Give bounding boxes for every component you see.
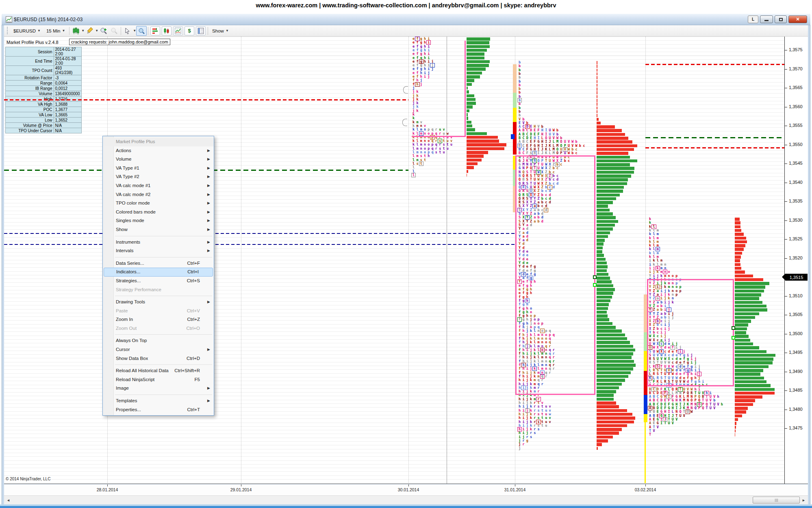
menu-item-va-calc-mode-2[interactable]: VA calc mode #2▶ xyxy=(103,190,214,199)
price-level-line xyxy=(4,244,515,245)
submenu-arrow-icon: ▶ xyxy=(207,199,210,208)
databox-row: TPO Count493 (241/238) xyxy=(6,66,82,75)
volume-bar xyxy=(467,174,467,177)
close-button[interactable]: ✕ xyxy=(788,15,807,23)
analyzer-bars-icon xyxy=(152,28,158,34)
databox-label: Low xyxy=(6,118,54,123)
title-bar[interactable]: $EURUSD (15 Min) 2014-02-03 L ✕ xyxy=(2,14,810,25)
menu-item-shortcut: Ctrl+F xyxy=(187,259,200,268)
volume-bar xyxy=(597,303,609,306)
link-button[interactable]: L xyxy=(748,15,758,23)
menu-item-properties[interactable]: Properties...Ctrl+T xyxy=(103,406,214,414)
menu-item-actions[interactable]: Actions▶ xyxy=(103,146,214,155)
volume-bar xyxy=(597,296,612,299)
price-axis[interactable]: 1,35751,35701,35651,35601,35551,35501,35… xyxy=(784,37,808,484)
menu-item-drawing-tools[interactable]: Drawing Tools▶ xyxy=(103,298,214,307)
menu-item-va-type-1[interactable]: VA Type #1▶ xyxy=(103,164,214,173)
chart-style-button[interactable] xyxy=(71,26,81,36)
menu-item-tpo-color-mode[interactable]: TPO color mode▶ xyxy=(103,199,214,208)
volume-bar xyxy=(597,224,615,227)
toolbar-grip[interactable] xyxy=(6,27,9,35)
menu-item-instruments[interactable]: Instruments▶ xyxy=(103,238,214,247)
volume-bar xyxy=(597,140,632,144)
menu-item-cursor[interactable]: Cursor▶ xyxy=(103,345,214,354)
menu-item-strategies[interactable]: Strategies...Ctrl+S xyxy=(103,277,214,286)
value-area-strip xyxy=(513,64,517,93)
menu-item-colored-bars-mode[interactable]: Colored bars mode▶ xyxy=(103,208,214,217)
tpo-row: k xyxy=(412,116,415,120)
menu-item-show[interactable]: Show▶ xyxy=(103,225,214,234)
volume-bar xyxy=(467,155,484,158)
current-price-arrow xyxy=(782,274,785,280)
price-axis-label: 1,3500 xyxy=(789,331,803,336)
volume-bar xyxy=(735,426,736,429)
value-area-strip xyxy=(511,134,515,139)
volume-bar xyxy=(735,270,745,274)
time-axis[interactable]: 28.01.201429.01.201430.01.201431.01.2014… xyxy=(4,484,808,495)
menu-item-shortcut: Ctrl+I xyxy=(187,268,199,276)
menu-item-label: Cursor xyxy=(116,347,130,352)
menu-item-reload-all-historical-data[interactable]: Reload All Historical DataCtrl+Shift+R xyxy=(103,366,214,375)
menu-item-va-calc-mode-1[interactable]: VA calc mode #1▶ xyxy=(103,181,214,190)
volume-bar xyxy=(597,288,615,291)
scroll-left-button[interactable]: ◄ xyxy=(5,497,12,504)
value-area-strip xyxy=(644,414,647,422)
volume-bar xyxy=(597,242,604,246)
menu-item-volume[interactable]: Volume▶ xyxy=(103,155,214,164)
drawing-tool-button[interactable] xyxy=(85,26,95,36)
date-axis-label: 03.02.2014 xyxy=(635,487,656,492)
interval-dropdown[interactable]: 15 Min ▼ xyxy=(43,26,68,36)
menu-separator xyxy=(103,255,214,259)
zoom-out-button[interactable] xyxy=(109,26,119,36)
menu-item-indicators[interactable]: Indicators...Ctrl+I xyxy=(104,268,213,277)
submenu-arrow-icon: ▶ xyxy=(207,298,210,307)
chevron-down-icon[interactable]: ▼ xyxy=(95,29,98,33)
volume-bar xyxy=(467,57,484,60)
zoom-in-button[interactable] xyxy=(98,26,109,36)
value-area-strip xyxy=(644,395,647,414)
menu-item-zoom-in[interactable]: Zoom InCtrl+Z xyxy=(103,315,214,324)
volume-bar xyxy=(597,447,598,450)
volume-bar xyxy=(597,375,628,378)
menu-item-always-on-top[interactable]: Always On Top xyxy=(103,336,214,345)
menu-item-va-type-2[interactable]: VA Type #2▶ xyxy=(103,172,214,181)
volume-bar xyxy=(467,87,468,90)
zoom-in-icon xyxy=(100,27,107,35)
chevron-down-icon[interactable]: ▼ xyxy=(81,29,85,33)
volume-bar xyxy=(735,263,740,266)
volume-bar xyxy=(597,197,616,201)
databox-button[interactable] xyxy=(136,26,147,36)
menu-item-templates[interactable]: Templates▶ xyxy=(103,397,214,406)
scroll-right-button[interactable]: ► xyxy=(800,497,807,504)
date-axis-label: 30.01.2014 xyxy=(398,487,419,492)
new-chart-button[interactable] xyxy=(162,26,172,35)
tpo-row: efghi xyxy=(412,52,430,56)
databox-value: 1,3677 xyxy=(54,107,82,112)
volume-bar xyxy=(597,76,597,79)
menu-item-data-series[interactable]: Data Series...Ctrl+F xyxy=(103,259,214,268)
price-tick xyxy=(785,145,787,145)
menu-item-shortcut: Ctrl+V xyxy=(187,307,200,316)
price-axis-label: 1,3490 xyxy=(789,369,803,374)
menu-item-show-data-box[interactable]: Show Data BoxCtrl+D xyxy=(103,354,214,363)
market-analyzer-button[interactable] xyxy=(150,26,160,35)
volume-bar xyxy=(597,137,628,140)
news-button[interactable] xyxy=(196,26,206,35)
minimize-button[interactable] xyxy=(760,15,773,23)
restore-button[interactable] xyxy=(775,15,787,23)
show-dropdown[interactable]: Show ▼ xyxy=(209,26,232,36)
horizontal-scrollbar[interactable]: ◄ ► xyxy=(4,495,808,504)
menu-item-intervals[interactable]: Intervals▶ xyxy=(103,246,214,255)
scrollbar-thumb[interactable] xyxy=(753,497,800,504)
menu-item-singles-mode[interactable]: Singles mode▶ xyxy=(103,216,214,225)
line-chart-button[interactable] xyxy=(173,26,183,35)
menu-item-reload-ninjascript[interactable]: Reload NinjaScriptF5 xyxy=(103,375,214,384)
menu-item-image[interactable]: Image▶ xyxy=(103,384,214,393)
cursor-tool-button[interactable] xyxy=(122,26,133,36)
databox-row: VA High1,3688 xyxy=(6,102,82,107)
volume-bar xyxy=(597,125,615,129)
instrument-dropdown[interactable]: $EURUSD ▼ xyxy=(11,26,43,36)
volume-bar xyxy=(597,337,627,340)
account-button[interactable]: $ xyxy=(185,26,194,35)
chevron-down-icon[interactable]: ▼ xyxy=(133,29,136,33)
